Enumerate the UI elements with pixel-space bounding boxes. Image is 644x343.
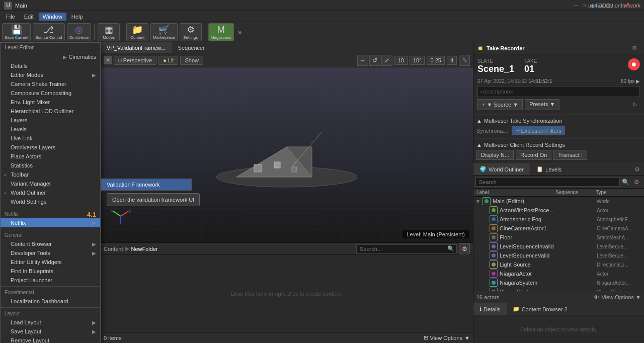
dropdown-item-live-link[interactable]: Live Link xyxy=(1,134,100,143)
dropdown-item-composure[interactable]: Composure Compositing xyxy=(1,89,100,98)
tab-levels[interactable]: 📋 Levels xyxy=(530,163,568,175)
take-refresh-btn[interactable]: ↻ xyxy=(629,99,640,110)
settings-button[interactable]: ⚙ Settings xyxy=(180,23,202,41)
tab-world-outliner[interactable]: 🌍 World Outliner xyxy=(473,163,530,175)
dropdown-item-camera-shake[interactable]: Camera Shake Trainer xyxy=(1,79,100,89)
content-button[interactable]: 📁 Content xyxy=(126,23,148,41)
show-btn[interactable]: Show xyxy=(180,56,203,65)
outliner-options-btn[interactable]: ⚙ xyxy=(632,164,642,175)
outliner-item[interactable]: Atmospheric Fog AtmosphericF... xyxy=(473,215,644,224)
settings-label: Settings xyxy=(183,35,198,40)
outliner-item[interactable]: ActorWithPostProcessin Actor xyxy=(473,206,644,215)
dropdown-item-editor-modes[interactable]: Editor Modes ▶ xyxy=(1,70,100,79)
lit-icon: ● xyxy=(163,57,167,63)
dropdown-item-variant-manager[interactable]: Variant Manager xyxy=(1,179,100,188)
client-record-toggle[interactable]: ▲ Multi-user Client Record Settings xyxy=(476,142,641,148)
content-search-input[interactable] xyxy=(357,245,445,253)
dropdown-item-details[interactable]: Details xyxy=(1,61,100,70)
validation-framework-item[interactable]: Validation Framework xyxy=(102,179,191,190)
move-tool-btn[interactable]: ↔ xyxy=(357,55,368,66)
outliner-item[interactable]: NiagaraSystem NiagaraActor... xyxy=(473,278,644,287)
transact-btn[interactable]: Transact ! xyxy=(553,150,587,160)
source-control-button[interactable]: ⎇ Source Control xyxy=(33,23,64,41)
dropdown-item-developer-tools[interactable]: Developer Tools ▶ xyxy=(1,248,100,258)
marketplace-button[interactable]: 🛒 Marketplace xyxy=(150,23,178,41)
dropdown-item-hierarchical-lod[interactable]: Hierarchical LOD Outliner xyxy=(1,107,100,116)
tab-content-browser-2[interactable]: 📁 Content Browser 2 xyxy=(507,303,574,315)
outliner-item[interactable]: Player Start PlayerStart xyxy=(473,287,644,291)
omniverse-button[interactable]: ◎ Omniverse xyxy=(67,23,92,41)
toolbar-more[interactable]: » xyxy=(236,28,244,36)
tab-details[interactable]: ℹ Details xyxy=(473,303,507,315)
lit-btn[interactable]: ● Lit xyxy=(158,56,178,65)
close-btn[interactable]: ✕ xyxy=(633,2,640,9)
rotate-tool-btn[interactable]: ↺ xyxy=(369,55,380,66)
dropdown-item-omniverse-layers[interactable]: Omniverse Layers xyxy=(1,143,100,152)
viewport-tab-vp[interactable]: VP_ValidationFramew... xyxy=(101,42,172,53)
menu-window[interactable]: Window xyxy=(39,13,66,21)
megascans-button[interactable]: M Megascans xyxy=(208,23,234,41)
record-btn[interactable]: ⏺ xyxy=(628,58,640,70)
viewport-arrow-btn[interactable]: ▾ xyxy=(104,56,112,64)
save-current-button[interactable]: 💾 Save Current xyxy=(2,23,31,41)
scene-objects xyxy=(211,117,362,193)
dropdown-item-world-settings[interactable]: World Settings xyxy=(1,197,100,206)
dropdown-item-find-blueprints[interactable]: Find in Blueprints xyxy=(1,267,100,276)
record-on-btn[interactable]: Record On xyxy=(516,150,551,160)
outliner-item[interactable]: CineCameraActor1 CineCameraA... xyxy=(473,224,644,233)
outliner-item[interactable]: LevelSequenceInvalid LevelSeque... xyxy=(473,242,644,251)
dropdown-item-editor-utility[interactable]: Editor Utility Widgets xyxy=(1,258,100,267)
dropdown-item-env-light[interactable]: Env. Light Mixer xyxy=(1,98,100,107)
outliner-search-btn[interactable]: 🔍 xyxy=(620,177,631,188)
window-controls[interactable]: — □ ◈ DDC ue4validationfrmwork 📌 ✕ xyxy=(573,2,640,9)
multi-user-sync-toggle[interactable]: ▲ Multi-user Take Synchronization xyxy=(476,118,641,124)
menu-file[interactable]: File xyxy=(2,13,19,21)
outliner-item[interactable]: NiagaraActor Actor xyxy=(473,269,644,278)
content-filter-btn[interactable]: ⚙ xyxy=(459,243,470,254)
dropdown-item-project-launcher[interactable]: Project Launcher xyxy=(1,276,100,285)
maximize-viewport-btn[interactable]: ⤡ xyxy=(459,55,470,66)
outliner-settings-btn[interactable]: ⚙ xyxy=(631,177,642,188)
perspective-btn[interactable]: □ Perspective xyxy=(114,56,156,65)
dropdown-item-levels[interactable]: Levels xyxy=(1,125,100,134)
source-button[interactable]: + ▼ Source ▼ xyxy=(477,99,523,110)
dropdown-item-content-browser[interactable]: Content Browser ▶ xyxy=(1,239,100,248)
presets-button[interactable]: Presets ▼ xyxy=(525,99,559,110)
take-settings-btn[interactable]: ⚙ xyxy=(629,43,640,54)
modes-button[interactable]: ▦ Modes xyxy=(98,23,120,41)
dropdown-item-remove-layout[interactable]: Remove Layout xyxy=(1,336,100,343)
dropdown-item-statistics[interactable]: Statistics xyxy=(1,161,100,170)
minimize-btn[interactable]: — xyxy=(573,2,580,9)
exclusion-filters-btn[interactable]: ⊟ Exclusion Filters xyxy=(512,126,565,135)
dropdown-item-load-layout[interactable]: Load Layout ▶ xyxy=(1,318,100,327)
dropdown-item-place-actors[interactable]: Place Actors xyxy=(1,152,100,161)
outliner-search-input[interactable] xyxy=(475,178,620,187)
window-dropdown: Level Editor ▶ Cinematics Details Editor… xyxy=(0,42,101,343)
outliner-item[interactable]: LevelSequenceValid LevelSeque... xyxy=(473,251,644,260)
scale-tool-btn[interactable]: ⤢ xyxy=(381,55,392,66)
sync-label: Synchroniz... xyxy=(476,128,509,134)
dropdown-item-localization[interactable]: Localization Dashboard xyxy=(1,297,100,306)
dropdown-item-save-layout[interactable]: Save Layout ▶ xyxy=(1,327,100,336)
expand-icon[interactable]: ▼ xyxy=(475,199,482,204)
pin-btn[interactable]: 📌 xyxy=(623,2,630,9)
maximize-btn[interactable]: □ xyxy=(581,2,588,9)
display-n-btn[interactable]: Display N... xyxy=(476,150,514,160)
outliner-item[interactable]: Floor StaticMeshA... xyxy=(473,233,644,242)
menu-help[interactable]: Help xyxy=(67,13,87,21)
outliner-item[interactable]: ▼ Main (Editor) World xyxy=(473,197,644,206)
content-view-options-btn[interactable]: ⊞ View Options ▼ xyxy=(424,334,470,341)
outliner-item[interactable]: Light Source DirectionalLi... xyxy=(473,260,644,269)
outliner-view-options-btn[interactable]: 👁 View Options ▼ xyxy=(594,294,641,300)
dropdown-item-cinematics[interactable]: ▶ Cinematics xyxy=(1,52,100,61)
content-browser: Content ▶ NewFolder 🔍 ⚙ Drop files here … xyxy=(101,242,473,343)
dropdown-item-world-outliner[interactable]: ✓ World Outliner xyxy=(1,188,100,197)
content-search-box[interactable]: 🔍 xyxy=(356,244,457,253)
menu-edit[interactable]: Edit xyxy=(20,13,38,21)
content-root[interactable]: Content xyxy=(104,246,123,252)
svg-line-1 xyxy=(121,211,128,216)
dropdown-item-netflix[interactable]: Netflix ▶ xyxy=(1,218,100,227)
dropdown-item-layers[interactable]: Layers xyxy=(1,116,100,125)
dropdown-item-toolbar[interactable]: ✓ Toolbar xyxy=(1,170,100,179)
viewport-tab-sequencer[interactable]: Sequencer xyxy=(172,42,211,53)
